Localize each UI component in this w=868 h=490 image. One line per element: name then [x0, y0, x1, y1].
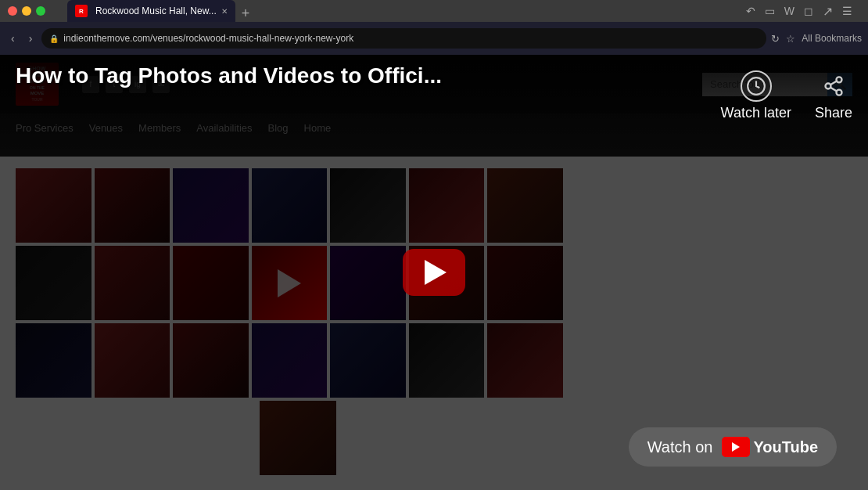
- address-text: indieonthemove.com/venues/rockwood-music…: [63, 33, 759, 44]
- browser-chrome: R Rockwood Music Hall, New... ✕ + ↶ ▭ W …: [0, 0, 868, 55]
- watch-on-text: Watch on: [647, 438, 713, 456]
- traffic-lights: [8, 6, 45, 16]
- youtube-logo-icon: [722, 437, 750, 457]
- bookmark-icons: ↻ ☆ All Bookmarks: [771, 33, 862, 45]
- youtube-logo: YouTube: [722, 437, 818, 457]
- bookmark-icon-1[interactable]: ↻: [771, 33, 780, 45]
- toolbar-icon-3[interactable]: W: [784, 5, 794, 17]
- share-toolbar-icon[interactable]: ↗: [823, 4, 833, 19]
- tab-title: Rockwood Music Hall, New...: [95, 5, 217, 16]
- watch-on-youtube-button[interactable]: Watch on YouTube: [629, 427, 837, 467]
- svg-point-1: [836, 77, 841, 82]
- back-button[interactable]: ‹: [6, 29, 20, 48]
- video-action-buttons: Watch later Share: [721, 63, 852, 121]
- watch-later-button[interactable]: Watch later: [721, 70, 791, 121]
- video-title: How to Tag Photos and Videos to Offici..…: [16, 63, 705, 89]
- main-content: SHOWANDINDIEON THEMOVETOUR f t ig ✉ 🔍: [0, 55, 868, 490]
- nav-bar: ‹ › 🔒 indieonthemove.com/venues/rockwood…: [0, 22, 868, 55]
- play-triangle-icon: [425, 260, 447, 285]
- title-bar: R Rockwood Music Hall, New... ✕ + ↶ ▭ W …: [0, 0, 868, 22]
- address-bar[interactable]: 🔒 indieonthemove.com/venues/rockwood-mus…: [41, 28, 766, 49]
- toolbar-icon-2[interactable]: ▭: [765, 5, 775, 17]
- share-label: Share: [815, 105, 852, 121]
- tab-close-button[interactable]: ✕: [221, 7, 228, 16]
- clock-icon: [741, 70, 772, 102]
- bookmark-icon-2[interactable]: ☆: [786, 33, 795, 45]
- svg-point-3: [836, 90, 841, 95]
- toolbar-icon-1[interactable]: ↶: [746, 5, 755, 17]
- youtube-text: YouTube: [753, 438, 818, 456]
- active-tab[interactable]: R Rockwood Music Hall, New... ✕: [67, 0, 235, 22]
- close-dot[interactable]: [8, 6, 17, 16]
- toolbar-icon-4[interactable]: ◻: [804, 5, 813, 17]
- svg-line-4: [830, 88, 837, 92]
- play-button[interactable]: [403, 249, 465, 296]
- video-top-bar: How to Tag Photos and Videos to Offici..…: [0, 55, 868, 157]
- security-icon: 🔒: [49, 34, 59, 43]
- play-overlay[interactable]: [403, 249, 465, 296]
- tab-favicon: R: [75, 5, 88, 17]
- new-tab-button[interactable]: +: [235, 5, 256, 22]
- svg-point-2: [825, 84, 830, 89]
- svg-line-5: [830, 81, 837, 85]
- maximize-dot[interactable]: [36, 6, 45, 16]
- bookmark-text[interactable]: All Bookmarks: [802, 33, 862, 45]
- watch-later-label: Watch later: [721, 105, 791, 121]
- video-overlay: How to Tag Photos and Videos to Offici..…: [0, 55, 868, 490]
- minimize-dot[interactable]: [22, 6, 31, 16]
- toolbar-icon-5[interactable]: ☰: [842, 5, 852, 17]
- share-button[interactable]: Share: [815, 70, 852, 121]
- forward-button[interactable]: ›: [24, 29, 38, 48]
- share-icon: [818, 70, 849, 102]
- youtube-play-icon: [732, 442, 740, 452]
